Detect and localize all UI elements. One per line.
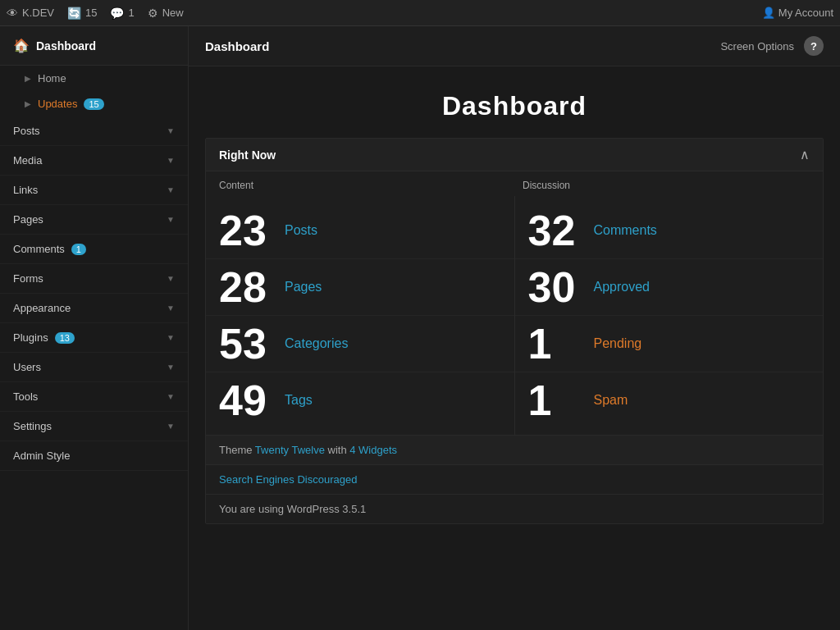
tags-number: 49 [219, 379, 285, 422]
media-label: Media [13, 154, 42, 167]
posts-arrow: ▼ [167, 126, 175, 135]
help-button[interactable]: ? [804, 36, 824, 56]
appearance-arrow: ▼ [167, 304, 175, 313]
comment-icon: 💬 [110, 7, 124, 20]
dashboard-icon: 🏠 [13, 38, 30, 53]
stats-grid: 23 Posts 28 Pages 53 Categories 49 [206, 196, 823, 435]
posts-link[interactable]: Posts [285, 223, 317, 238]
my-account-label: My Account [778, 7, 833, 19]
comments-link[interactable]: Comments [594, 223, 657, 238]
tags-link[interactable]: Tags [285, 393, 313, 408]
eye-icon: 👁 [7, 7, 18, 20]
sidebar-item-admin-style[interactable]: Admin Style [0, 441, 188, 471]
discussion-column: 32 Comments 30 Approved 1 Pending 1 [515, 196, 824, 435]
comments-badge: 1 [71, 244, 86, 255]
users-label: Users [13, 361, 41, 373]
theme-name-link[interactable]: Twenty Twelve [255, 444, 325, 456]
widget-header: Right Now ∧ [206, 139, 823, 171]
sidebar: 🏠 Dashboard ▶ Home ▶ Updates 15 Posts ▼ … [0, 26, 189, 630]
sidebar-item-updates[interactable]: ▶ Updates 15 [0, 91, 188, 116]
admin-style-label: Admin Style [13, 450, 70, 462]
plugins-arrow: ▼ [167, 333, 175, 342]
pages-stat: 28 Pages [206, 259, 514, 316]
right-now-widget: Right Now ∧ Content Discussion 23 Posts [205, 138, 824, 524]
pages-link[interactable]: Pages [285, 280, 322, 294]
sidebar-header[interactable]: 🏠 Dashboard [0, 26, 188, 66]
pages-label: Pages [13, 213, 43, 226]
new-item[interactable]: ⚙ New [148, 7, 184, 20]
comments-stat: 32 Comments [515, 203, 824, 259]
comments-label: Comments [13, 243, 65, 255]
widgets-link[interactable]: 4 Widgets [349, 444, 397, 456]
page-title: Dashboard [205, 39, 269, 53]
media-arrow: ▼ [167, 156, 175, 165]
widget-title: Right Now [219, 148, 276, 162]
comments-item[interactable]: 💬 1 [110, 7, 134, 20]
forms-label: Forms [13, 272, 43, 285]
spam-stat: 1 Spam [515, 372, 824, 428]
approved-number: 30 [528, 266, 594, 308]
theme-footer-row: Theme Twenty Twelve with 4 Widgets [206, 435, 823, 464]
links-arrow: ▼ [167, 185, 175, 194]
comments-number: 32 [528, 209, 594, 252]
theme-prefix: Theme [219, 444, 255, 456]
widget-toggle-button[interactable]: ∧ [800, 147, 810, 162]
sidebar-item-forms[interactable]: Forms ▼ [0, 264, 188, 294]
sidebar-main-label: Dashboard [36, 39, 96, 52]
comments-count: 1 [128, 7, 134, 19]
pending-stat: 1 Pending [515, 316, 824, 372]
sidebar-item-comments[interactable]: Comments 1 [0, 235, 188, 264]
categories-link[interactable]: Categories [285, 336, 348, 351]
sidebar-item-pages[interactable]: Pages ▼ [0, 205, 188, 235]
arrow-icon: ▶ [25, 74, 31, 83]
content-column: 23 Posts 28 Pages 53 Categories 49 [206, 196, 515, 435]
approved-link[interactable]: Approved [594, 280, 651, 294]
updates-item[interactable]: 🔄 15 [67, 7, 97, 20]
dashboard-heading: Dashboard [189, 66, 840, 138]
posts-number: 23 [219, 209, 285, 252]
site-name-item[interactable]: 👁 K.DEV [7, 7, 54, 20]
spam-number: 1 [528, 379, 594, 422]
adminbar-left: 👁 K.DEV 🔄 15 💬 1 ⚙ New [7, 7, 184, 20]
tags-stat: 49 Tags [206, 372, 514, 428]
sidebar-item-home[interactable]: ▶ Home [0, 66, 188, 91]
settings-arrow: ▼ [167, 422, 175, 431]
wp-version-text: You are using WordPress 3.5.1 [219, 503, 366, 515]
settings-label: Settings [13, 420, 52, 432]
plugins-badge: 13 [55, 332, 75, 344]
sidebar-updates-label: Updates [38, 98, 77, 110]
account-icon: 👤 [762, 7, 775, 19]
admin-bar: 👁 K.DEV 🔄 15 💬 1 ⚙ New 👤 My Account [0, 0, 840, 26]
sidebar-item-users[interactable]: Users ▼ [0, 353, 188, 382]
refresh-icon: 🔄 [67, 7, 81, 20]
search-engines-link[interactable]: Search Engines Discouraged [219, 473, 357, 486]
sidebar-item-posts[interactable]: Posts ▼ [0, 116, 188, 146]
appearance-label: Appearance [13, 302, 71, 314]
plus-icon: ⚙ [148, 7, 158, 20]
categories-stat: 53 Categories [206, 316, 514, 372]
sidebar-item-appearance[interactable]: Appearance ▼ [0, 294, 188, 323]
posts-label: Posts [13, 125, 40, 137]
right-now-content: Content Discussion 23 Posts 28 Pages [206, 171, 823, 435]
sidebar-item-links[interactable]: Links ▼ [0, 176, 188, 205]
updates-badge: 15 [84, 98, 103, 110]
discussion-section-label: Discussion [506, 180, 810, 191]
tools-label: Tools [13, 390, 38, 403]
main-topbar: Dashboard Screen Options ? [189, 26, 840, 66]
main-content: Dashboard Screen Options ? Dashboard Rig… [189, 26, 840, 630]
posts-stat: 23 Posts [206, 203, 514, 259]
sidebar-item-tools[interactable]: Tools ▼ [0, 382, 188, 412]
pending-number: 1 [528, 322, 594, 365]
screen-options-button[interactable]: Screen Options [720, 40, 794, 52]
my-account-item[interactable]: 👤 My Account [762, 7, 833, 19]
arrow-icon-updates: ▶ [25, 99, 31, 108]
sidebar-item-settings[interactable]: Settings ▼ [0, 412, 188, 441]
pages-number: 28 [219, 266, 285, 308]
theme-mid: with [325, 444, 349, 456]
sidebar-home-label: Home [38, 72, 66, 84]
spam-link[interactable]: Spam [594, 393, 628, 408]
sidebar-item-media[interactable]: Media ▼ [0, 146, 188, 176]
pending-link[interactable]: Pending [594, 336, 642, 351]
users-arrow: ▼ [167, 363, 175, 372]
sidebar-item-plugins[interactable]: Plugins 13 ▼ [0, 323, 188, 353]
